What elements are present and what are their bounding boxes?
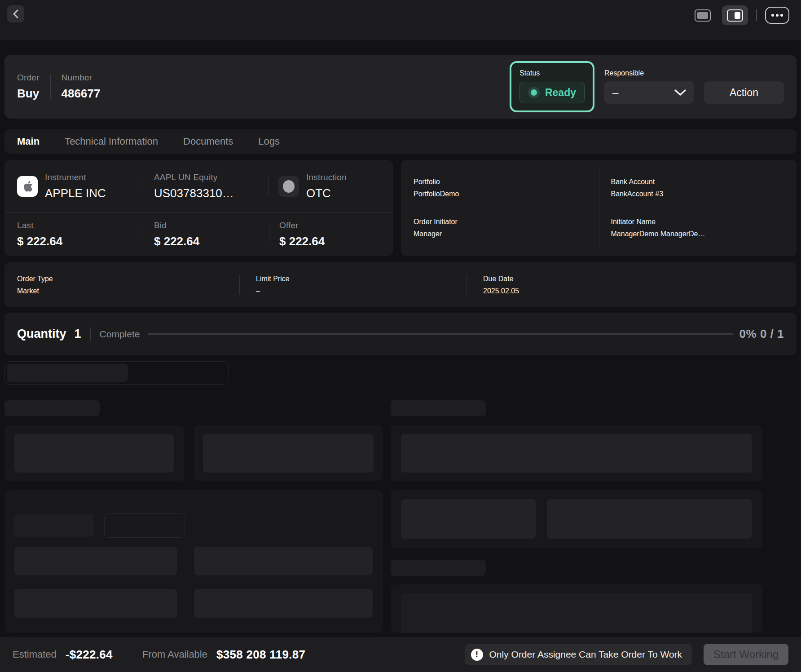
start-working-button[interactable]: Start Working (704, 644, 788, 665)
status-highlight-box: Status Ready (510, 61, 594, 112)
progress-text: 0% 0 / 1 (739, 327, 784, 341)
header-divider (50, 74, 51, 99)
order-initiator-label: Order Initiator (414, 218, 458, 226)
portfolio-card: Portfolio PortfolioDemo Bank Account Ban… (401, 160, 797, 256)
from-available-label: From Available (142, 649, 207, 660)
top-toolbar (0, 0, 801, 40)
quantity-value: 1 (75, 327, 81, 341)
due-date-value: 2025.02.05 (483, 287, 519, 295)
status-label: Status (519, 69, 585, 77)
skeleton-pill (7, 364, 128, 382)
alert-text: Only Order Assignee Can Take Order To Wo… (489, 649, 682, 660)
action-button[interactable]: Action (704, 81, 784, 104)
exclamation-icon: ! (471, 649, 483, 661)
skeleton-card (391, 490, 762, 548)
skeleton-outline-box (4, 361, 229, 385)
offer-price-value: $ 222.64 (279, 234, 325, 248)
toolbar-divider (756, 9, 757, 21)
status-badge[interactable]: Ready (519, 82, 585, 103)
skeleton-card (391, 584, 762, 633)
estimated-label: Estimated (13, 649, 57, 660)
portfolio-label: Portfolio (414, 178, 459, 186)
order-label: Order (17, 73, 40, 83)
responsible-label: Responsible (604, 69, 694, 77)
bottom-bar: Estimated -$222.64 From Available $358 2… (0, 637, 801, 672)
number-label: Number (62, 73, 101, 83)
split-view-icon (727, 9, 743, 22)
order-details-card: Order Type Market Limit Price – Due Date… (4, 262, 797, 307)
skeleton-label (4, 400, 100, 416)
last-price-label: Last (17, 221, 62, 230)
loading-skeleton-area (4, 355, 797, 633)
status-value: Ready (545, 87, 576, 99)
order-type-value: Market (17, 287, 239, 295)
more-options-button[interactable] (765, 7, 789, 24)
tab-technical-information[interactable]: Technical Information (65, 136, 158, 147)
order-initiator-value: Manager (414, 230, 458, 238)
complete-label: Complete (100, 329, 140, 340)
bid-price-value: $ 222.64 (154, 234, 199, 248)
status-dot-icon (528, 87, 540, 98)
limit-price-label: Limit Price (256, 275, 467, 283)
assignee-alert: ! Only Order Assignee Can Take Order To … (465, 644, 692, 665)
instruction-value: OTC (306, 186, 347, 200)
skeleton-card (194, 425, 383, 481)
progress-bar (148, 333, 733, 335)
skeleton-card (4, 425, 184, 481)
initiator-name-value: ManagerDemo ManagerDe… (611, 230, 705, 238)
split-view-toggle-button[interactable] (722, 5, 748, 25)
bank-account-label: Bank Account (611, 178, 664, 186)
initiator-name-label: Initiator Name (611, 218, 705, 226)
quantity-title: Quantity (17, 327, 66, 341)
skeleton-label (391, 400, 486, 416)
quantity-divider (90, 327, 91, 341)
tab-main[interactable]: Main (17, 136, 40, 147)
responsible-value: – (612, 86, 618, 99)
chevron-left-icon (12, 9, 19, 19)
skeleton-card (4, 490, 383, 633)
quantity-card: Quantity 1 Complete 0% 0 / 1 (4, 313, 797, 355)
bid-price-label: Bid (154, 221, 199, 230)
order-side-value: Buy (17, 87, 40, 101)
order-side-field: Order Buy (17, 73, 40, 101)
estimated-value: -$222.64 (66, 648, 113, 662)
from-available-value: $358 208 119.87 (216, 648, 305, 662)
portfolio-value: PortfolioDemo (414, 190, 459, 198)
isin-value: US0378331005.U… (154, 186, 235, 200)
skeleton-card (391, 425, 762, 481)
back-button[interactable] (7, 5, 24, 22)
order-number-value: 486677 (62, 87, 101, 101)
limit-price-value: – (256, 287, 467, 295)
responsible-field: Responsible – (604, 61, 694, 104)
apple-logo-icon (17, 176, 38, 197)
full-view-icon (695, 9, 711, 22)
last-price-value: $ 222.64 (17, 234, 62, 248)
instrument-card: Instrument APPLE INC AAPL UN Equity US03… (4, 160, 393, 256)
chevron-down-icon (674, 89, 686, 96)
responsible-dropdown[interactable]: – (604, 81, 694, 104)
ellipsis-icon (771, 14, 774, 17)
due-date-label: Due Date (483, 275, 519, 283)
order-header-card: Order Buy Number 486677 Status Ready Res… (4, 55, 797, 119)
skeleton-label (391, 560, 486, 576)
offer-price-label: Offer (279, 221, 325, 230)
instrument-value: APPLE INC (45, 186, 106, 200)
order-type-label: Order Type (17, 275, 239, 283)
bank-account-value: BankAccount #3 (611, 190, 664, 198)
tab-bar: Main Technical Information Documents Log… (4, 129, 797, 154)
tab-documents[interactable]: Documents (183, 136, 233, 147)
order-number-field: Number 486677 (62, 73, 101, 101)
tab-logs[interactable]: Logs (258, 136, 280, 147)
full-view-toggle-button[interactable] (690, 5, 716, 25)
isin-label: AAPL UN Equity (154, 172, 235, 182)
instrument-label: Instrument (45, 172, 106, 182)
instruction-label: Instruction (306, 172, 347, 182)
instruction-icon (278, 176, 299, 197)
